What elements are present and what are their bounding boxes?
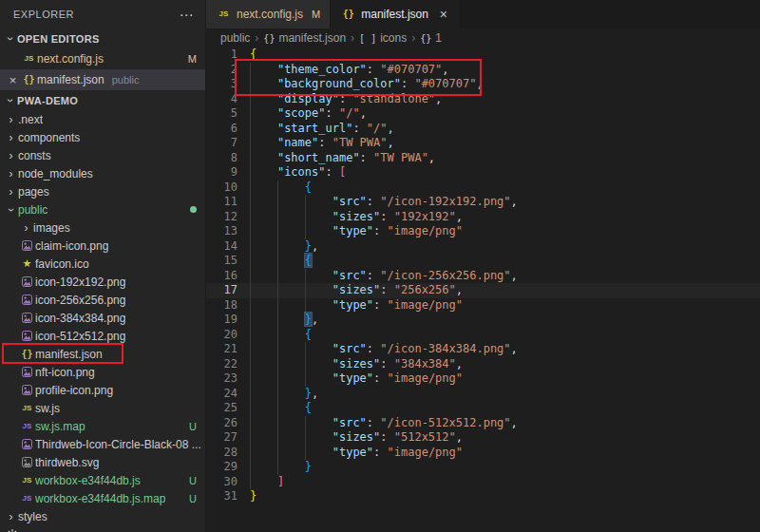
line-number[interactable]: 21 xyxy=(206,342,238,357)
code-line-content[interactable]: } xyxy=(250,460,760,475)
line-number[interactable]: 7 xyxy=(206,136,238,151)
line-number[interactable]: 22 xyxy=(206,357,238,372)
code-line-content[interactable]: "scope": "/", xyxy=(250,106,760,122)
tree-item-env[interactable]: .env xyxy=(0,525,205,532)
tree-item-pages[interactable]: ›pages xyxy=(0,182,205,200)
close-icon[interactable]: × xyxy=(437,8,450,21)
tree-item-public[interactable]: ›public xyxy=(0,200,205,218)
line-number[interactable]: 11 xyxy=(206,195,238,210)
code-line-content[interactable]: "src": "/icon-256x256.png", xyxy=(250,269,760,284)
tree-item-nft-icon-png[interactable]: nft-icon.png xyxy=(0,363,205,381)
tree-item-claim-icon-png[interactable]: claim-icon.png xyxy=(0,237,205,255)
line-number[interactable]: 2 xyxy=(206,63,238,78)
line-number[interactable]: 15 xyxy=(206,254,238,269)
code-line-content[interactable]: }, xyxy=(250,387,760,402)
line-number[interactable]: 29 xyxy=(206,460,238,475)
code-line-content[interactable]: "src": "/icon-512x512.png", xyxy=(250,416,760,431)
code-line-content[interactable]: }, xyxy=(250,313,760,328)
code-line-content[interactable]: "type": "image/png" xyxy=(250,224,760,239)
line-number[interactable]: 28 xyxy=(206,446,238,461)
tree-item-next[interactable]: ›.next xyxy=(0,110,205,128)
code-line-content[interactable]: "sizes": "256x256", xyxy=(250,283,760,298)
tree-item-manifest-json[interactable]: {}manifest.json xyxy=(0,345,205,363)
code-line-content[interactable]: { xyxy=(250,401,760,416)
line-number[interactable]: 31 xyxy=(206,489,238,504)
tree-item-styles[interactable]: ›styles xyxy=(0,507,205,525)
open-editor-item-next-config-js[interactable]: JSnext.config.jsM xyxy=(0,48,205,69)
line-number[interactable]: 23 xyxy=(206,371,238,387)
code-line-content[interactable]: "icons": [ xyxy=(250,165,760,180)
line-number[interactable]: 6 xyxy=(206,122,238,137)
code-line-content[interactable]: "theme_color": "#070707", xyxy=(250,63,760,78)
code-line-content[interactable]: } xyxy=(250,489,760,504)
code-line-content[interactable]: "src": "/icon-192x192.png", xyxy=(250,195,760,210)
tree-item-workbox-e34f44db-js-map[interactable]: JSworkbox-e34f44db.js.mapU xyxy=(0,489,205,507)
code-line-content[interactable]: "start_url": "/", xyxy=(250,122,760,137)
tab-manifest-json[interactable]: {}manifest.json× xyxy=(331,0,461,28)
tree-item-sw-js[interactable]: JSsw.js xyxy=(0,399,205,417)
line-number[interactable]: 27 xyxy=(206,430,238,446)
code-editor[interactable]: 1{2 "theme_color": "#070707",3 "backgrou… xyxy=(206,48,760,532)
line-number[interactable]: 10 xyxy=(206,180,238,196)
close-icon[interactable]: × xyxy=(5,74,21,86)
code-line-content[interactable]: "type": "image/png" xyxy=(250,446,760,461)
line-number[interactable]: 14 xyxy=(206,239,238,255)
code-line-content[interactable]: { xyxy=(250,180,760,196)
code-line-content[interactable]: { xyxy=(250,254,760,269)
code-line-content[interactable]: "sizes": "192x192", xyxy=(250,210,760,225)
line-number[interactable]: 8 xyxy=(206,151,238,166)
line-number[interactable]: 4 xyxy=(206,92,238,107)
line-number[interactable]: 1 xyxy=(206,48,238,63)
breadcrumb-item-1[interactable]: {}1 xyxy=(420,31,442,45)
tree-item-profile-icon-png[interactable]: profile-icon.png xyxy=(0,381,205,399)
code-line-content[interactable]: "type": "image/png" xyxy=(250,371,760,387)
code-line-content[interactable]: { xyxy=(250,48,760,63)
line-number[interactable]: 24 xyxy=(206,387,238,402)
code-line-content[interactable]: "sizes": "384x384", xyxy=(250,357,760,372)
workspace-root-header[interactable]: › PWA-DEMO xyxy=(0,90,205,110)
line-number[interactable]: 20 xyxy=(206,328,238,343)
code-line-content[interactable]: "background_color": "#070707", xyxy=(250,77,760,92)
code-line-content[interactable]: "short_name": "TW PWA", xyxy=(250,151,760,166)
tree-item-workbox-e34f44db-js[interactable]: JSworkbox-e34f44db.jsU xyxy=(0,471,205,489)
breadcrumb-item-icons[interactable]: [ ]icons xyxy=(359,31,407,45)
tree-item-sw-js-map[interactable]: JSsw.js.mapU xyxy=(0,417,205,435)
code-line-content[interactable]: "src": "/icon-384x384.png", xyxy=(250,342,760,357)
line-number[interactable]: 17 xyxy=(206,283,238,298)
line-number[interactable]: 5 xyxy=(206,106,238,122)
tree-item-components[interactable]: ›components xyxy=(0,128,205,146)
code-line-content[interactable]: ] xyxy=(250,475,760,490)
breadcrumb-item-public[interactable]: public xyxy=(220,31,250,45)
code-line-content[interactable]: "display": "standalone", xyxy=(250,92,760,107)
tree-item-icon-384x384-png[interactable]: icon-384x384.png xyxy=(0,309,205,327)
code-line-content[interactable]: { xyxy=(250,328,760,343)
tree-item-icon-256x256-png[interactable]: icon-256x256.png xyxy=(0,291,205,309)
code-line-content[interactable]: "name": "TW PWA", xyxy=(250,136,760,151)
tree-item-consts[interactable]: ›consts xyxy=(0,146,205,164)
line-number[interactable]: 9 xyxy=(206,165,238,180)
line-number[interactable]: 25 xyxy=(206,401,238,416)
tree-item-images[interactable]: ›images xyxy=(0,218,205,237)
line-number[interactable]: 30 xyxy=(206,475,238,490)
open-editors-header[interactable]: › OPEN EDITORS xyxy=(0,28,205,48)
line-number[interactable]: 12 xyxy=(206,210,238,225)
tree-item-icon-192x192-png[interactable]: icon-192x192.png xyxy=(0,273,205,291)
tree-item-thirdweb-icon-circle-black-08[interactable]: Thirdweb-Icon-Circle-Black-08 ... xyxy=(0,435,205,453)
tab-next-config-js[interactable]: JSnext.config.jsM xyxy=(206,0,331,28)
line-number[interactable]: 18 xyxy=(206,298,238,314)
line-number[interactable]: 16 xyxy=(206,269,238,284)
open-editor-item-manifest-json[interactable]: ×{}manifest.jsonpublic xyxy=(0,69,205,90)
line-number[interactable]: 13 xyxy=(206,224,238,239)
code-line-content[interactable]: }, xyxy=(250,239,760,255)
tree-item-favicon-ico[interactable]: ★favicon.ico xyxy=(0,255,205,273)
tree-item-thirdweb-svg[interactable]: thirdweb.svg xyxy=(0,453,205,471)
tree-item-node-modules[interactable]: ›node_modules xyxy=(0,164,205,182)
tree-item-icon-512x512-png[interactable]: icon-512x512.png xyxy=(0,327,205,345)
breadcrumb-item-manifest-json[interactable]: {}manifest.json xyxy=(263,31,346,45)
code-line-content[interactable]: "sizes": "512x512", xyxy=(250,430,760,446)
line-number[interactable]: 3 xyxy=(206,77,238,92)
line-number[interactable]: 19 xyxy=(206,313,238,328)
line-number[interactable]: 26 xyxy=(206,416,238,431)
code-line-content[interactable]: "type": "image/png" xyxy=(250,298,760,314)
more-actions-icon[interactable]: ⋯ xyxy=(180,8,195,22)
